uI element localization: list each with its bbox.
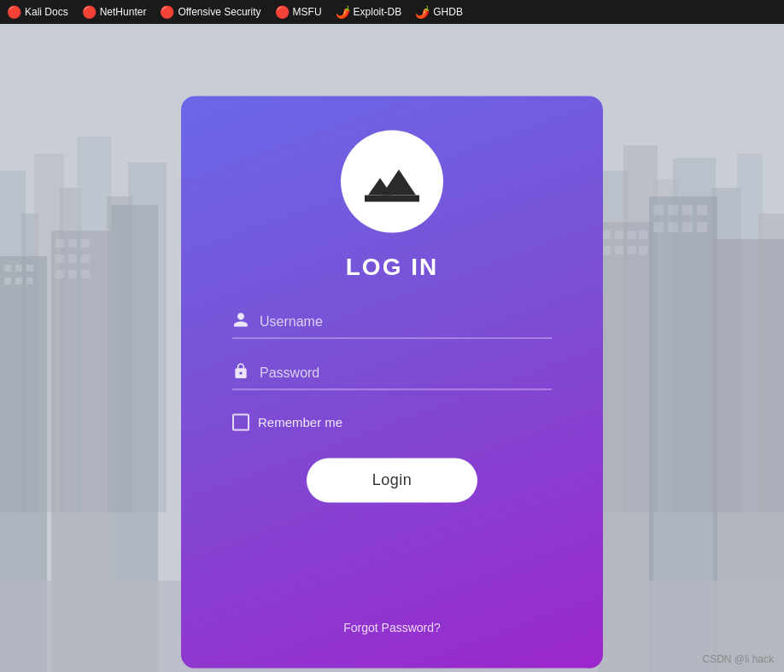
nethunter-icon: 🔴 [82, 5, 97, 19]
svg-rect-28 [81, 254, 90, 263]
svg-rect-16 [4, 265, 11, 272]
svg-rect-55 [365, 195, 419, 202]
svg-rect-34 [602, 231, 611, 239]
topbar-item-kali-docs[interactable]: 🔴 Kali Docs [7, 5, 68, 19]
svg-rect-20 [15, 278, 22, 284]
offensive-security-icon: 🔴 [160, 5, 174, 19]
exploit-db-icon: 🌶️ [336, 5, 350, 19]
lock-icon [232, 362, 249, 383]
svg-rect-45 [682, 205, 693, 215]
svg-rect-48 [668, 222, 678, 232]
avatar [341, 130, 443, 232]
watermark: CSDN @li hack [702, 653, 774, 665]
topbar-item-exploit-db[interactable]: 🌶️ Exploit-DB [336, 5, 402, 19]
topbar-item-ghdb[interactable]: 🌶️ GHDB [415, 5, 463, 19]
topbar-exploit-db-label: Exploit-DB [354, 6, 402, 18]
svg-rect-25 [81, 239, 90, 248]
svg-rect-30 [68, 270, 77, 278]
msfu-icon: 🔴 [275, 5, 290, 19]
kali-docs-icon: 🔴 [7, 5, 21, 19]
username-input[interactable] [260, 314, 552, 330]
svg-rect-44 [668, 205, 678, 215]
remember-me-checkbox[interactable] [232, 413, 249, 430]
forgot-password-link[interactable]: Forgot Password? [343, 620, 441, 634]
svg-rect-41 [639, 246, 647, 254]
svg-rect-27 [68, 254, 77, 263]
svg-rect-36 [628, 231, 636, 239]
svg-rect-35 [615, 231, 623, 239]
svg-rect-26 [56, 254, 64, 263]
svg-rect-37 [639, 231, 647, 239]
login-card: LOG IN Remember me Login Forgot Password… [181, 96, 603, 668]
svg-rect-50 [697, 222, 707, 232]
user-icon [232, 311, 249, 332]
svg-rect-18 [26, 265, 33, 272]
topbar-msfu-label: MSFU [293, 6, 322, 18]
ghdb-icon: 🌶️ [415, 5, 430, 19]
svg-rect-49 [682, 222, 693, 232]
svg-rect-31 [81, 270, 90, 278]
topbar-item-msfu[interactable]: 🔴 MSFU [275, 5, 322, 19]
svg-rect-29 [56, 270, 64, 278]
svg-rect-43 [653, 205, 664, 215]
password-field-container [232, 362, 552, 389]
login-title: LOG IN [346, 253, 438, 280]
password-input[interactable] [260, 365, 552, 381]
svg-rect-46 [697, 205, 707, 215]
svg-rect-40 [628, 246, 636, 254]
login-button[interactable]: Login [307, 458, 477, 502]
svg-rect-39 [615, 246, 623, 254]
svg-rect-17 [15, 265, 22, 272]
remember-me-row: Remember me [232, 413, 552, 430]
svg-rect-23 [56, 239, 64, 248]
topbar-ghdb-label: GHDB [433, 6, 463, 18]
topbar-nethunter-label: NetHunter [100, 6, 147, 18]
topbar: 🔴 Kali Docs 🔴 NetHunter 🔴 Offensive Secu… [0, 0, 784, 24]
svg-rect-19 [4, 278, 11, 284]
svg-rect-21 [26, 278, 33, 284]
svg-rect-24 [68, 239, 77, 248]
topbar-item-offensive-security[interactable]: 🔴 Offensive Security [160, 5, 260, 19]
username-field-container [232, 311, 552, 338]
remember-me-label: Remember me [258, 415, 342, 429]
svg-rect-47 [653, 222, 664, 232]
topbar-offensive-security-label: Offensive Security [178, 6, 260, 18]
topbar-kali-docs-label: Kali Docs [25, 6, 68, 18]
svg-rect-38 [602, 246, 611, 254]
mountain-icon [365, 161, 419, 202]
topbar-item-nethunter[interactable]: 🔴 NetHunter [82, 5, 147, 19]
